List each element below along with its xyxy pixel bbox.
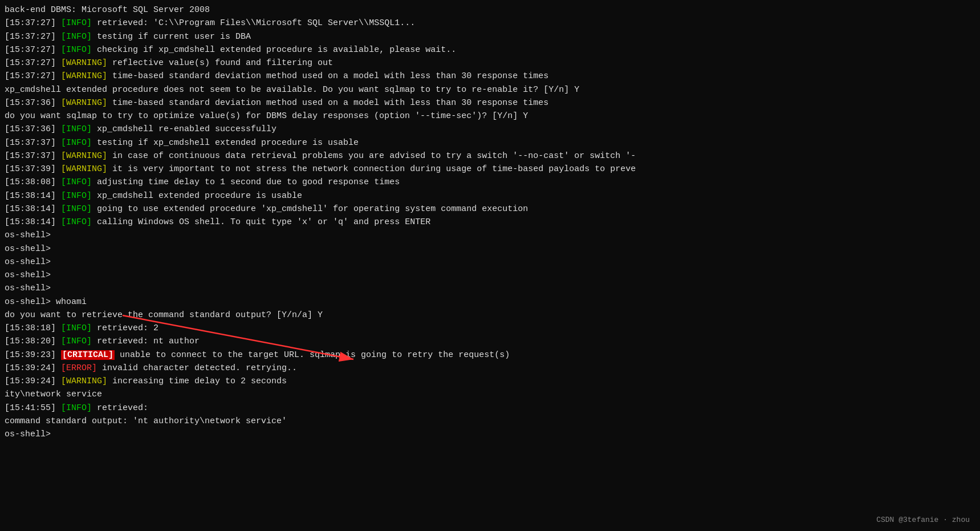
watermark: CSDN @3tefanie · zhou — [876, 516, 970, 524]
terminal-line: os-shell> — [5, 428, 975, 441]
terminal-line: xp_cmdshell extended procedure does not … — [5, 83, 975, 96]
terminal-line: back-end DBMS: Microsoft SQL Server 2008 — [5, 3, 975, 17]
terminal-line: [15:37:27] [WARNING] reflective value(s)… — [5, 56, 975, 70]
terminal-line: [15:39:23] [CRITICAL] unable to connect … — [5, 348, 975, 362]
terminal-line: command standard output: 'nt authority\n… — [5, 415, 975, 428]
terminal-line: [15:37:37] [WARNING] in case of continuo… — [5, 149, 975, 163]
terminal-line: [15:37:37] [INFO] testing if xp_cmdshell… — [5, 136, 975, 149]
terminal-line: os-shell> — [5, 242, 975, 256]
terminal-line: [15:38:08] [INFO] adjusting time delay t… — [5, 176, 975, 189]
terminal-line: [15:38:14] [INFO] going to use extended … — [5, 202, 975, 216]
terminal-line: [15:38:14] [INFO] calling Windows OS she… — [5, 216, 975, 229]
terminal-line: os-shell> — [5, 269, 975, 282]
terminal-line: os-shell> — [5, 256, 975, 269]
terminal-line: [15:38:18] [INFO] retrieved: 2 — [5, 322, 975, 335]
terminal-line: os-shell> — [5, 282, 975, 295]
terminal-line: [15:37:27] [INFO] checking if xp_cmdshel… — [5, 43, 975, 56]
terminal-line: [15:37:27] [INFO] testing if current use… — [5, 30, 975, 43]
terminal-line: [15:37:39] [WARNING] it is very importan… — [5, 163, 975, 176]
critical-badge: [CRITICAL] — [61, 350, 115, 360]
terminal-line: [15:41:55] [INFO] retrieved: — [5, 402, 975, 415]
terminal-line: os-shell> whoami — [5, 295, 975, 309]
terminal-line: os-shell> — [5, 229, 975, 242]
terminal-output: back-end DBMS: Microsoft SQL Server 2008… — [0, 0, 980, 444]
terminal-line: [15:37:27] [WARNING] time-based standard… — [5, 70, 975, 83]
terminal-line: [15:38:20] [INFO] retrieved: nt author — [5, 335, 975, 348]
terminal-line: do you want sqlmap to try to optimize va… — [5, 110, 975, 123]
terminal-line: [15:38:14] [INFO] xp_cmdshell extended p… — [5, 189, 975, 202]
terminal-line: [15:39:24] [ERROR] invalid character det… — [5, 362, 975, 375]
terminal-line: do you want to retrieve the command stan… — [5, 309, 975, 322]
terminal-line: [15:39:24] [WARNING] increasing time del… — [5, 375, 975, 388]
terminal-line: [15:37:36] [WARNING] time-based standard… — [5, 96, 975, 110]
terminal-line: [15:37:36] [INFO] xp_cmdshell re-enabled… — [5, 123, 975, 136]
terminal-line: ity\network service — [5, 388, 975, 401]
terminal-line: [15:37:27] [INFO] retrieved: 'C:\\Progra… — [5, 17, 975, 30]
